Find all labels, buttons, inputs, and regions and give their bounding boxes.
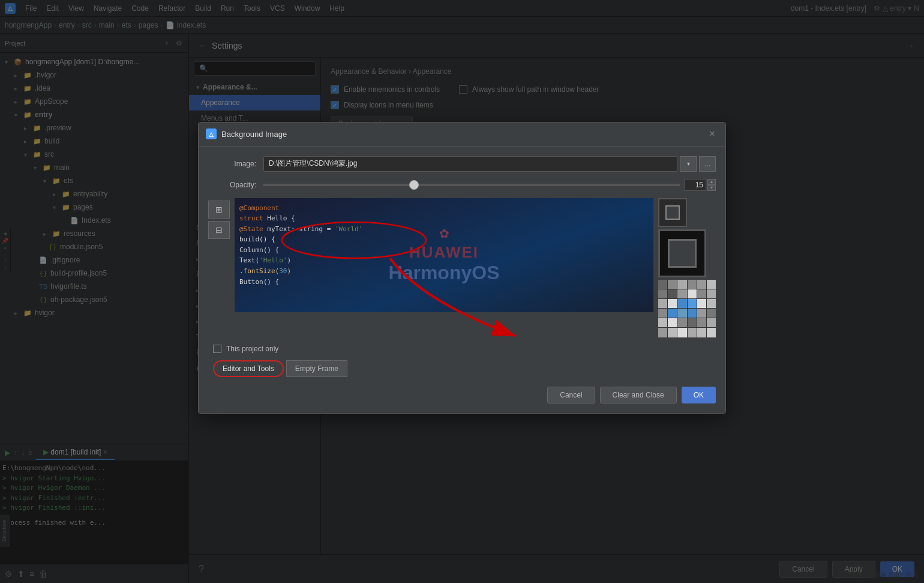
tab-section: Editor and Tools Empty Frame — [213, 360, 716, 377]
grid-cell — [677, 280, 686, 289]
grid-cell — [697, 328, 706, 337]
grid-cell — [707, 289, 716, 298]
opacity-down-button[interactable]: ▼ — [707, 185, 716, 191]
empty-frame-tab[interactable]: Empty Frame — [286, 360, 347, 377]
opacity-row: Opacity: ▲ ▼ — [208, 179, 716, 191]
code-text: Text( — [239, 256, 259, 264]
grid-cell — [658, 309, 667, 318]
image-label: Image: — [208, 160, 256, 168]
grid-cell — [688, 318, 697, 327]
opacity-slider[interactable] — [263, 184, 680, 186]
modal-title: Background Image — [221, 130, 706, 139]
layout-split-button[interactable]: ⊞ — [208, 201, 230, 219]
grid-cell — [697, 299, 706, 308]
grid-cell — [668, 318, 677, 327]
layout-single-button[interactable]: ⊟ — [208, 221, 230, 239]
grid-cell — [677, 328, 686, 337]
image-browse-button[interactable]: ... — [699, 156, 716, 172]
code-line: build() { — [239, 234, 362, 245]
grid-cell — [688, 299, 697, 308]
slider-track — [263, 184, 680, 186]
image-row: Image: ▾ ... — [208, 156, 716, 172]
grid-cell — [668, 299, 677, 308]
modal-cancel-button[interactable]: Cancel — [547, 387, 595, 403]
grid-cell — [658, 328, 667, 337]
thumbnail-section — [658, 198, 716, 337]
preview-row: ⊞ ⊟ ✿ HUAWEI HarmonyOS @Component struct… — [208, 198, 716, 337]
modal-ok-button[interactable]: OK — [682, 387, 716, 403]
grid-cell — [697, 280, 706, 289]
project-only-label: This project only — [226, 345, 278, 353]
modal-body: Image: ▾ ... Opacity: — [199, 147, 725, 413]
grid-cell — [688, 289, 697, 298]
grid-cell — [658, 280, 667, 289]
code-text: myText: string = — [263, 225, 335, 233]
grid-cell — [707, 328, 716, 337]
code-line: .fontSize(30) — [239, 266, 362, 277]
code-string: 'Hello' — [259, 256, 287, 264]
project-only-row: This project only — [208, 345, 716, 353]
grid-cell — [707, 299, 716, 308]
preview-layout-buttons: ⊞ ⊟ — [208, 198, 230, 337]
grid-cell — [658, 289, 667, 298]
code-line: struct Hello { — [239, 213, 362, 224]
grid-cell — [697, 318, 706, 327]
image-path-input[interactable] — [263, 156, 677, 172]
small-preview-icon — [658, 198, 687, 227]
modal-app-icon: △ — [206, 128, 217, 139]
small-preview-inner — [665, 205, 680, 220]
grid-preview — [658, 280, 716, 337]
huawei-brand-text: HUAWEI — [409, 243, 479, 262]
code-number: 30 — [279, 267, 287, 275]
opacity-slider-wrap — [263, 184, 685, 186]
opacity-value-wrap: ▲ ▼ — [685, 179, 716, 191]
code-preview: @Component struct Hello { @State myText:… — [235, 198, 367, 292]
grid-cell — [707, 309, 716, 318]
code-line: Button() { — [239, 277, 362, 288]
modal-footer: Cancel Clear and Close OK — [208, 384, 716, 403]
harmony-brand-text: HarmonyOS — [389, 262, 500, 284]
code-keyword: struct — [239, 214, 263, 222]
opacity-spinners: ▲ ▼ — [707, 179, 716, 191]
grid-cell — [668, 280, 677, 289]
medium-preview-inner — [668, 239, 697, 268]
opacity-label: Opacity: — [208, 181, 256, 189]
opacity-up-button[interactable]: ▲ — [707, 179, 716, 185]
opacity-input[interactable] — [685, 179, 706, 191]
image-dropdown-button[interactable]: ▾ — [680, 156, 697, 172]
code-line: @Component — [239, 203, 362, 214]
project-only-checkbox[interactable] — [213, 345, 221, 353]
grid-cell — [697, 309, 706, 318]
grid-cell — [668, 289, 677, 298]
grid-cell — [658, 299, 667, 308]
medium-preview — [658, 229, 706, 277]
modal-overlay: △ Background Image × Image: ▾ ... Opacit… — [0, 0, 924, 583]
code-keyword: @State — [239, 225, 263, 233]
grid-cell — [658, 318, 667, 327]
code-keyword: @Component — [239, 204, 279, 212]
grid-cell — [688, 309, 697, 318]
grid-cell — [688, 280, 697, 289]
modal-header: △ Background Image × — [199, 122, 725, 147]
grid-cell — [707, 318, 716, 327]
code-text: Hello { — [263, 214, 295, 222]
code-string: 'World' — [335, 225, 362, 233]
slider-thumb[interactable] — [409, 180, 419, 190]
grid-cell — [668, 328, 677, 337]
grid-cell — [707, 280, 716, 289]
code-text: Button() { — [239, 278, 279, 286]
grid-cell — [688, 328, 697, 337]
image-input-wrap: ▾ ... — [263, 156, 716, 172]
grid-cell — [677, 309, 686, 318]
modal-close-button[interactable]: × — [706, 128, 718, 140]
grid-cell — [677, 299, 686, 308]
grid-cell — [697, 289, 706, 298]
background-image-modal: △ Background Image × Image: ▾ ... Opacit… — [198, 122, 726, 414]
code-method: .fontSize( — [239, 267, 279, 275]
grid-cell — [677, 318, 686, 327]
modal-clear-close-button[interactable]: Clear and Close — [600, 387, 677, 403]
code-text: Column() { — [239, 246, 279, 254]
code-text: build() { — [239, 235, 275, 243]
code-line: Column() { — [239, 245, 362, 256]
editor-tools-tab[interactable]: Editor and Tools — [213, 360, 284, 377]
